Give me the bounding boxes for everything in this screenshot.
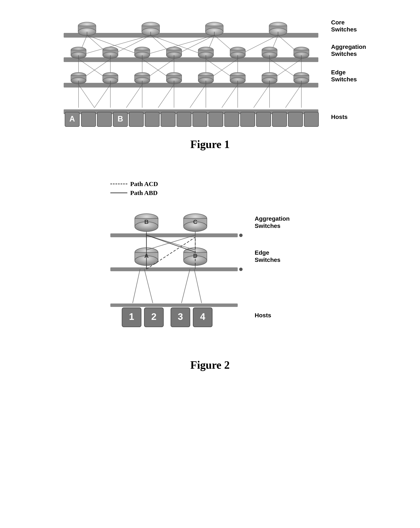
agg-label-line2: Switches xyxy=(331,50,357,57)
edge-switch-6 xyxy=(230,72,245,84)
fig2-edge-label1: Edge xyxy=(255,249,269,256)
svg-rect-140 xyxy=(256,112,271,127)
svg-rect-133 xyxy=(145,112,159,127)
edge-switch-7 xyxy=(262,72,277,84)
fig2-agg-switch-B: B xyxy=(135,214,158,235)
agg-switch-4 xyxy=(166,47,182,59)
host-8 xyxy=(177,112,191,127)
fig2-agg-label2: Switches xyxy=(255,223,280,229)
edge-switch-2 xyxy=(103,72,118,84)
figure2-container: Path ACD Path ABD xyxy=(19,176,401,371)
host-12 xyxy=(240,112,255,127)
svg-line-165 xyxy=(144,269,153,303)
host-16 xyxy=(304,112,319,127)
fig2-host-bus xyxy=(110,303,238,307)
host-14 xyxy=(272,112,287,127)
fig2-agg-switch-C: C xyxy=(184,214,207,235)
fig2-hosts-label: Hosts xyxy=(255,312,271,319)
agg-switch-1 xyxy=(71,47,86,59)
core-label-line1: Core xyxy=(331,19,345,26)
host-5 xyxy=(129,112,143,127)
svg-line-167 xyxy=(194,269,202,303)
fig2-agg-bus xyxy=(110,233,238,237)
svg-rect-142 xyxy=(288,112,303,127)
svg-line-114 xyxy=(126,84,142,108)
edge-bus xyxy=(64,83,318,87)
edge-switch-3 xyxy=(135,72,150,84)
svg-rect-139 xyxy=(240,112,255,127)
svg-text:A: A xyxy=(70,114,75,123)
svg-rect-135 xyxy=(177,112,191,127)
fig2-host-1: 1 xyxy=(122,308,141,327)
agg-bus xyxy=(64,57,318,62)
figure1-diagram: A B xyxy=(40,13,380,132)
core-switch-1 xyxy=(78,22,96,36)
figure2-svg: B C A xyxy=(93,176,327,350)
core-label-line2: Switches xyxy=(331,26,357,33)
fig2-B-label: B xyxy=(144,218,148,225)
core-switch-3 xyxy=(205,22,223,36)
svg-rect-141 xyxy=(272,112,287,127)
host-A: A xyxy=(65,112,79,127)
svg-line-124 xyxy=(285,84,301,108)
fig2-host-4: 4 xyxy=(193,308,212,327)
edge-label-line2: Switches xyxy=(331,76,357,83)
svg-line-116 xyxy=(158,84,174,108)
svg-text:B: B xyxy=(117,114,123,123)
fig2-agg-label1: Aggregation xyxy=(255,215,290,222)
fig2-C-label: C xyxy=(193,218,197,225)
figure1-svg: A B xyxy=(40,13,380,132)
edge-label-line1: Edge xyxy=(331,69,346,76)
figure1-container: A B xyxy=(19,13,401,151)
edge-switch-8 xyxy=(294,72,309,84)
svg-line-111 xyxy=(79,84,94,108)
figure2-caption: Figure 2 xyxy=(190,359,230,371)
core-switch-2 xyxy=(142,22,160,36)
svg-line-164 xyxy=(133,269,140,303)
host-6 xyxy=(145,112,159,127)
agg-switch-7 xyxy=(262,47,277,59)
fig2-host4-label: 4 xyxy=(200,311,205,322)
svg-line-166 xyxy=(181,269,190,303)
host-B: B xyxy=(113,112,128,127)
svg-rect-132 xyxy=(129,112,143,127)
figure2-diagram: Path ACD Path ABD xyxy=(93,176,327,350)
agg-switch-8 xyxy=(294,47,309,59)
host-2 xyxy=(81,112,96,127)
svg-line-112 xyxy=(94,84,110,108)
host-3 xyxy=(97,112,112,127)
edge-switch-5 xyxy=(198,72,213,84)
fig2-host-2: 2 xyxy=(144,308,163,327)
fig2-edge-label2: Switches xyxy=(255,257,280,263)
fig2-edge-dot xyxy=(239,268,243,271)
agg-switch-6 xyxy=(230,47,245,59)
edge-switch-4 xyxy=(166,72,182,84)
svg-line-118 xyxy=(190,84,206,108)
agg-label-line1: Aggregation xyxy=(331,44,366,50)
fig2-host1-label: 1 xyxy=(129,311,134,322)
core-switch-4 xyxy=(269,22,287,36)
svg-rect-143 xyxy=(304,112,319,127)
host-11 xyxy=(224,112,239,127)
svg-rect-136 xyxy=(193,112,207,127)
fig2-host-3: 3 xyxy=(171,308,190,327)
host-15 xyxy=(288,112,303,127)
agg-switch-5 xyxy=(198,47,213,59)
svg-rect-129 xyxy=(97,112,112,127)
fig2-host2-label: 2 xyxy=(151,311,156,322)
hosts-label: Hosts xyxy=(331,114,348,120)
fig2-edge-bus xyxy=(110,267,238,271)
host-9 xyxy=(193,112,207,127)
svg-rect-134 xyxy=(161,112,175,127)
host-13 xyxy=(256,112,271,127)
agg-switch-3 xyxy=(135,47,150,59)
host-10 xyxy=(209,112,223,127)
svg-rect-137 xyxy=(209,112,223,127)
edge-switch-1 xyxy=(71,72,86,84)
agg-switch-2 xyxy=(103,47,118,59)
figure1-caption: Figure 1 xyxy=(190,138,230,151)
fig2-host3-label: 3 xyxy=(178,311,183,322)
svg-line-122 xyxy=(254,84,269,108)
fig2-agg-dot xyxy=(239,234,243,237)
svg-line-120 xyxy=(222,84,238,108)
